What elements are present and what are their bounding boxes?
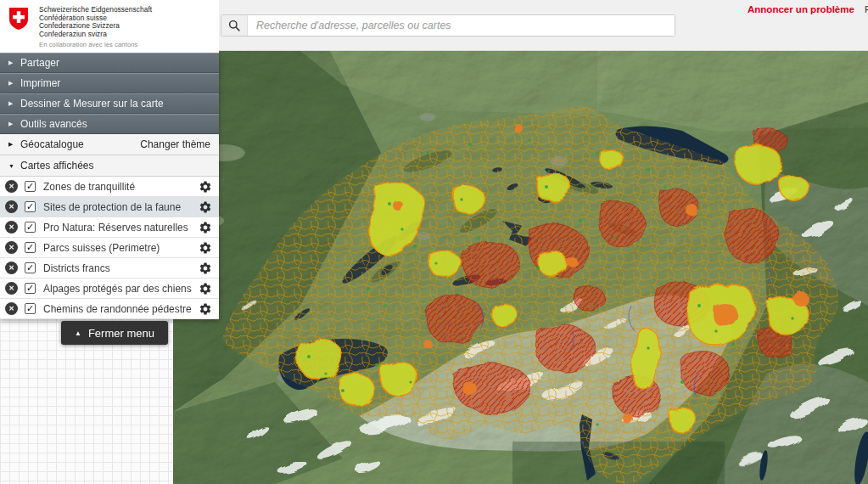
- menu-item-label: Outils avancés: [20, 118, 87, 130]
- header: Schweizerische Eidgenossenschaft Confédé…: [0, 0, 868, 51]
- layer-row-chemins-de-randonnee[interactable]: ✕ ✓ Chemins de randonnée pédestre: [0, 299, 219, 319]
- layer-label: Zones de tranquillité: [43, 181, 135, 193]
- layer-row-pro-natura-reserves-naturelles[interactable]: ✕ ✓ Pro Natura: Réserves naturelles: [0, 217, 219, 238]
- layer-settings-icon[interactable]: [199, 302, 212, 316]
- geoadmin-app: Schweizerische Eidgenossenschaft Confédé…: [0, 0, 868, 484]
- logo-line-rm: Confederaziun svizra: [39, 31, 152, 39]
- more-information-link[interactable]: Plus d'informations: [865, 4, 868, 14]
- layer-row-zones-de-tranquillite[interactable]: ✕ ✓ Zones de tranquillité: [0, 177, 219, 197]
- layer-row-districts-francs[interactable]: ✕ ✓ Districts francs: [0, 258, 219, 279]
- layer-checkbox[interactable]: ✓: [25, 222, 36, 233]
- layer-label: Pro Natura: Réserves naturelles: [43, 222, 188, 234]
- menu-item-label: Géocatalogue: [20, 138, 84, 150]
- logo-text: Schweizerische Eidgenossenschaft Confédé…: [39, 6, 152, 49]
- chevron-right-icon: ▶: [8, 141, 20, 148]
- layer-label: Chemins de randonnée pédestre: [43, 303, 192, 315]
- close-menu-label: Fermer menu: [88, 327, 154, 340]
- menu-item-label: Partager: [20, 57, 59, 69]
- remove-layer-button[interactable]: ✕: [5, 262, 18, 274]
- menu-item-label: Imprimer: [20, 77, 60, 89]
- layer-settings-icon[interactable]: [199, 180, 212, 194]
- remove-layer-button[interactable]: ✕: [5, 180, 18, 193]
- section-label: Cartes affichées: [20, 160, 94, 172]
- remove-layer-button[interactable]: ✕: [5, 282, 18, 295]
- layer-row-parcs-suisses[interactable]: ✕ ✓ Parcs suisses (Perimetre): [0, 238, 219, 258]
- header-links: Annoncer un problème Plus d'informations: [748, 4, 868, 14]
- layer-label: Parcs suisses (Perimetre): [43, 242, 160, 254]
- close-menu-button[interactable]: ▲ Fermer menu: [61, 321, 168, 345]
- layer-settings-icon[interactable]: [199, 200, 212, 214]
- remove-layer-button[interactable]: ✕: [5, 200, 18, 213]
- menu-item-partager[interactable]: ▶ Partager: [0, 53, 219, 73]
- change-theme-link[interactable]: Changer thème: [140, 138, 210, 150]
- layer-checkbox[interactable]: ✓: [25, 283, 36, 294]
- layer-settings-icon[interactable]: [199, 262, 212, 275]
- layer-checkbox[interactable]: ✓: [25, 303, 36, 314]
- logo-subline: En collaboration avec les cantons: [39, 41, 152, 49]
- layer-checkbox[interactable]: ✓: [25, 242, 36, 253]
- layer-settings-icon[interactable]: [199, 241, 212, 255]
- chevron-up-icon: ▲: [75, 329, 81, 337]
- layer-label: Sites de protection de la faune: [43, 201, 181, 213]
- remove-layer-button[interactable]: ✕: [5, 221, 18, 234]
- menu-item-outils-avances[interactable]: ▶ Outils avancés: [0, 114, 219, 134]
- layer-checkbox[interactable]: ✓: [25, 262, 36, 273]
- chevron-right-icon: ▶: [8, 59, 20, 66]
- search-icon[interactable]: [221, 15, 248, 36]
- layer-checkbox[interactable]: ✓: [25, 201, 36, 212]
- chevron-down-icon: ▼: [8, 163, 20, 169]
- search-bar: [221, 14, 675, 37]
- layer-row-alpages-proteges[interactable]: ✕ ✓ Alpages protégés par des chiens: [0, 279, 219, 299]
- layer-settings-icon[interactable]: [199, 221, 212, 234]
- layer-row-sites-de-protection-de-la-faune[interactable]: ✕ ✓ Sites de protection de la faune: [0, 197, 219, 217]
- chevron-right-icon: ▶: [8, 121, 20, 127]
- menu-item-geocatalogue[interactable]: ▶ Géocatalogue Changer thème: [0, 134, 219, 155]
- layer-checkbox[interactable]: ✓: [25, 181, 36, 192]
- menu-section-cartes-affichees[interactable]: ▼ Cartes affichées: [0, 155, 219, 177]
- chevron-right-icon: ▶: [8, 100, 20, 107]
- layer-label: Districts francs: [43, 262, 110, 274]
- swiss-coat-of-arms-icon: [8, 7, 29, 31]
- report-problem-link[interactable]: Annoncer un problème: [748, 4, 854, 14]
- menu-item-label: Dessiner & Mesurer sur la carte: [20, 98, 164, 110]
- remove-layer-button[interactable]: ✕: [5, 241, 18, 254]
- search-input[interactable]: [248, 15, 675, 36]
- side-menu: ▶ Partager ▶ Imprimer ▶ Dessiner & Mesur…: [0, 53, 219, 319]
- menu-item-imprimer[interactable]: ▶ Imprimer: [0, 73, 219, 93]
- layer-settings-icon[interactable]: [199, 282, 212, 295]
- federal-logo: Schweizerische Eidgenossenschaft Confédé…: [0, 0, 219, 53]
- chevron-right-icon: ▶: [8, 80, 20, 87]
- layer-label: Alpages protégés par des chiens: [43, 283, 192, 295]
- menu-item-dessiner-mesurer[interactable]: ▶ Dessiner & Mesurer sur la carte: [0, 93, 219, 114]
- remove-layer-button[interactable]: ✕: [5, 302, 18, 315]
- map-canvas[interactable]: [173, 51, 868, 484]
